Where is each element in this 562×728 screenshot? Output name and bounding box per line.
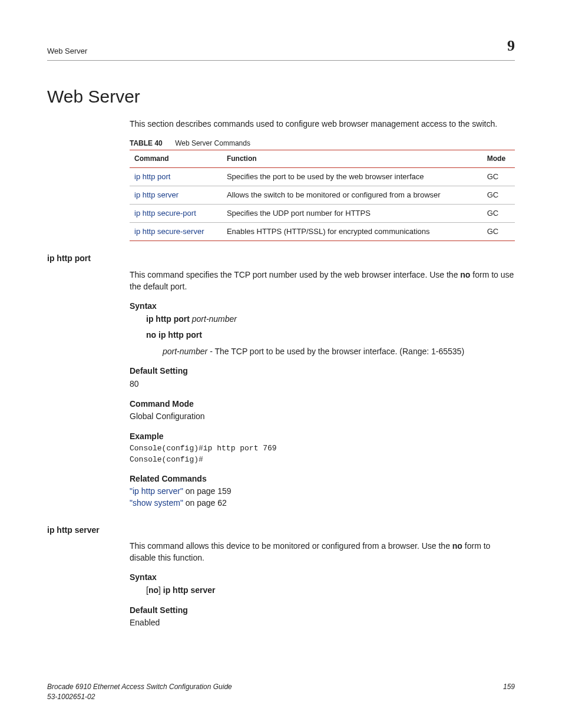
table-row: ip http secure-server Enables HTTPS (HTT…	[130, 223, 515, 241]
th-function: Function	[222, 150, 482, 167]
cmd-func: Enables HTTPS (HTTP/SSL) for encrypted c…	[222, 223, 482, 241]
footer-doc-title: Brocade 6910 Ethernet Access Switch Conf…	[47, 682, 232, 692]
footer-doc-code: 53-1002651-02	[47, 692, 232, 702]
cmd-link[interactable]: ip http secure-port	[134, 209, 196, 218]
footer-page-number: 159	[503, 682, 515, 702]
cmd-link[interactable]: ip http port	[134, 172, 170, 181]
mode-value: Global Configuration	[130, 411, 515, 423]
page-title: Web Server	[47, 84, 515, 109]
table-caption: TABLE 40 Web Server Commands	[130, 139, 515, 149]
syntax-label: Syntax	[130, 572, 515, 584]
example-code: Console(config)#ip http port 769 Console…	[130, 443, 515, 465]
syntax-label: Syntax	[130, 301, 515, 312]
table-title: Web Server Commands	[175, 139, 250, 147]
table-row: ip http server Allows the switch to be m…	[130, 186, 515, 204]
page-footer: Brocade 6910 Ethernet Access Switch Conf…	[47, 682, 515, 702]
th-mode: Mode	[482, 150, 515, 167]
table-label: TABLE 40	[130, 139, 163, 147]
syntax-line: no ip http port	[146, 330, 515, 341]
related-line: "ip http server" on page 159	[130, 486, 515, 498]
related-link[interactable]: "show system"	[130, 498, 183, 508]
mode-label: Command Mode	[130, 398, 515, 410]
running-title: Web Server	[47, 46, 87, 57]
related-link[interactable]: "ip http server"	[130, 486, 183, 496]
cmd-mode: GC	[482, 223, 515, 241]
related-line: "show system" on page 62	[130, 498, 515, 509]
cmd-func: Allows the switch to be monitored or con…	[222, 186, 482, 204]
example-label: Example	[130, 431, 515, 443]
command-description: This command allows this device to be mo…	[130, 541, 515, 564]
param-desc: port-number - The TCP port to be used by…	[163, 346, 515, 358]
chapter-number: 9	[507, 35, 515, 57]
default-value: Enabled	[130, 617, 515, 629]
running-header: Web Server 9	[47, 35, 515, 61]
cmd-link[interactable]: ip http server	[134, 190, 178, 199]
table-row: ip http secure-port Specifies the UDP po…	[130, 204, 515, 222]
syntax-line: ip http port port-number	[146, 314, 515, 325]
related-label: Related Commands	[130, 473, 515, 485]
cmd-func: Specifies the port to be used by the web…	[222, 167, 482, 186]
command-heading: ip http port	[47, 253, 515, 265]
syntax-line: [no] ip http server	[146, 585, 515, 597]
intro-paragraph: This section describes commands used to …	[130, 118, 515, 130]
default-value: 80	[130, 378, 515, 390]
cmd-mode: GC	[482, 186, 515, 204]
cmd-mode: GC	[482, 204, 515, 222]
table-row: ip http port Specifies the port to be us…	[130, 167, 515, 186]
command-table: Command Function Mode ip http port Speci…	[130, 150, 515, 242]
cmd-link[interactable]: ip http secure-server	[134, 227, 204, 236]
command-description: This command specifies the TCP port numb…	[130, 269, 515, 292]
th-command: Command	[130, 150, 222, 167]
cmd-func: Specifies the UDP port number for HTTPS	[222, 204, 482, 222]
default-label: Default Setting	[130, 365, 515, 377]
command-heading: ip http server	[47, 525, 515, 536]
default-label: Default Setting	[130, 605, 515, 617]
cmd-mode: GC	[482, 167, 515, 186]
